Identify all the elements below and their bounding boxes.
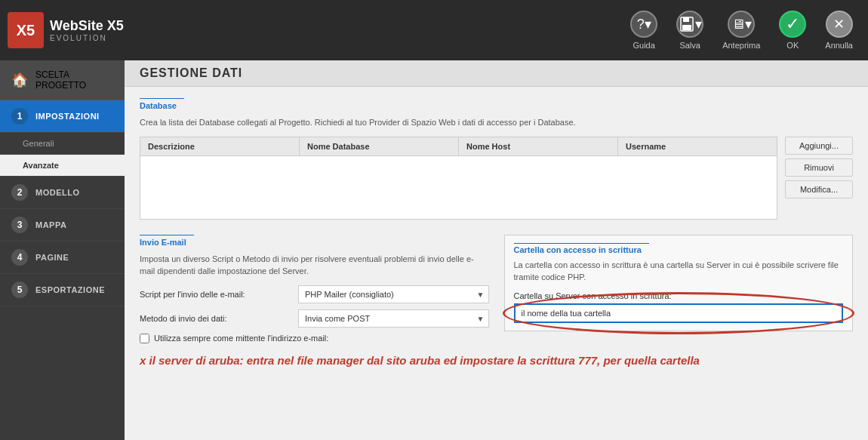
step-1-number: 1: [11, 108, 28, 125]
sidebar-home-line1: SCELTA: [35, 69, 86, 80]
ok-label: OK: [786, 41, 799, 50]
app-subtitle: EVOLUTION: [50, 34, 124, 42]
cartella-section: Cartella con accesso in scrittura La car…: [504, 235, 854, 343]
anteprima-label: Anteprima: [722, 41, 760, 50]
salva-icon: ▾: [676, 11, 703, 38]
invio-email-section: Invio E-mail Imposta un diverso Script o…: [140, 235, 489, 343]
database-description: Crea la lista dei Database collegati al …: [140, 116, 853, 129]
modifica-button[interactable]: Modifica...: [785, 180, 853, 198]
database-section: Database Crea la lista dei Database coll…: [140, 98, 853, 220]
ok-icon: ✓: [779, 11, 806, 38]
salva-button[interactable]: ▾ Salva: [669, 7, 711, 54]
col-nome-database: Nome Database: [300, 137, 459, 155]
folder-input[interactable]: [514, 303, 844, 323]
subnav: Generali Avanzate: [0, 133, 125, 177]
main-layout: 🏠 SCELTA PROGETTO 1 IMPOSTAZIONI General…: [0, 60, 868, 440]
logo-text-area: WebSite X5 EVOLUTION: [50, 18, 124, 43]
script-label: Script per l'invio delle e-mail:: [140, 290, 291, 299]
cartella-desc: La cartella con accesso in scrittura è u…: [514, 259, 844, 284]
aggiungi-button[interactable]: Aggiungi...: [785, 137, 853, 155]
step-5-number: 5: [11, 282, 28, 298]
folder-input-label: Cartella su Server con accesso in scritt…: [514, 291, 844, 300]
sidebar-step-3[interactable]: 3 MAPPA: [0, 209, 125, 242]
annotation-text: x il server di aruba: entra nel file man…: [140, 352, 853, 368]
invio-email-desc: Imposta un diverso Script o Metodo di in…: [140, 253, 489, 278]
annulla-button[interactable]: ✕ Annulla: [817, 7, 860, 54]
subnav-generali[interactable]: Generali: [0, 133, 125, 155]
sidebar-home-line2: PROGETTO: [35, 80, 86, 91]
guida-icon: ?▾: [630, 11, 657, 38]
table-header: Descrizione Nome Database Nome Host User…: [140, 137, 777, 156]
step-4-label: PAGINE: [35, 253, 69, 262]
col-descrizione: Descrizione: [140, 137, 300, 155]
app-header: X5 WebSite X5 EVOLUTION ?▾ Guida ▾ Salva…: [0, 0, 868, 60]
metodo-select-wrap: Invia come POST Invia come GET ▼: [298, 309, 489, 328]
database-table: Descrizione Nome Database Nome Host User…: [140, 137, 777, 220]
logo-icon: X5: [8, 12, 44, 48]
col-nome-host: Nome Host: [459, 137, 618, 155]
annulla-icon: ✕: [826, 11, 853, 38]
mittente-label: Utilizza sempre come mittente l'indirizz…: [154, 334, 328, 343]
bottom-sections: Invio E-mail Imposta un diverso Script o…: [140, 235, 853, 343]
anteprima-button[interactable]: 🖥▾ Anteprima: [715, 7, 768, 54]
header-actions: ?▾ Guida ▾ Salva 🖥▾ Anteprima ✓ OK ✕ Ann…: [623, 7, 860, 54]
db-actions: Aggiungi... Rimuovi Modifica...: [785, 137, 853, 198]
sidebar-step-5[interactable]: 5 ESPORTAZIONE: [0, 274, 125, 306]
metodo-row: Metodo di invio dei dati: Invia come POS…: [140, 309, 489, 328]
step-2-number: 2: [11, 184, 28, 201]
salva-label: Salva: [679, 41, 700, 50]
app-name: WebSite X5: [50, 18, 124, 35]
ok-button[interactable]: ✓ OK: [771, 7, 814, 54]
step-5-label: ESPORTAZIONE: [35, 285, 105, 294]
svg-rect-2: [682, 25, 691, 30]
cartella-box: Cartella con accesso in scrittura La car…: [504, 235, 854, 331]
page-title-bar: GESTIONE DATI: [125, 60, 868, 87]
sidebar: 🏠 SCELTA PROGETTO 1 IMPOSTAZIONI General…: [0, 60, 125, 440]
step-3-label: MAPPA: [35, 220, 66, 229]
svg-rect-1: [683, 17, 689, 22]
page-title: GESTIONE DATI: [140, 66, 853, 80]
logo-area: X5 WebSite X5 EVOLUTION: [8, 12, 124, 48]
cartella-title: Cartella con accesso in scrittura: [514, 243, 649, 254]
checkbox-row: Utilizza sempre come mittente l'indirizz…: [140, 334, 489, 343]
step-2-label: MODELLO: [35, 188, 80, 197]
home-icon: 🏠: [11, 72, 28, 88]
script-row: Script per l'invio delle e-mail: PHP Mai…: [140, 285, 489, 303]
sidebar-step-4[interactable]: 4 PAGINE: [0, 242, 125, 274]
guida-button[interactable]: ?▾ Guida: [623, 7, 665, 54]
subnav-avanzate[interactable]: Avanzate: [0, 155, 125, 177]
metodo-select[interactable]: Invia come POST Invia come GET: [298, 309, 489, 328]
sidebar-step-2[interactable]: 2 MODELLO: [0, 177, 125, 209]
database-section-title: Database: [140, 98, 184, 110]
content-area: GESTIONE DATI Database Crea la lista dei…: [125, 60, 868, 440]
sidebar-home-text: SCELTA PROGETTO: [35, 69, 86, 91]
invio-email-title: Invio E-mail: [140, 235, 194, 247]
script-select-wrap: PHP Mailer (consigliato) Mail di PHP Sen…: [298, 285, 489, 303]
rimuovi-button[interactable]: Rimuovi: [785, 158, 853, 177]
step-1-label: IMPOSTAZIONI: [35, 112, 100, 121]
annulla-label: Annulla: [825, 41, 853, 50]
anteprima-icon: 🖥▾: [728, 11, 755, 38]
sidebar-home[interactable]: 🏠 SCELTA PROGETTO: [0, 60, 125, 100]
step-3-number: 3: [11, 217, 28, 233]
metodo-label: Metodo di invio dei dati:: [140, 314, 291, 323]
mittente-checkbox[interactable]: [140, 334, 149, 343]
col-username: Username: [618, 137, 777, 155]
table-body: [140, 156, 777, 217]
guida-label: Guida: [633, 41, 654, 50]
db-table-area: Descrizione Nome Database Nome Host User…: [140, 137, 853, 220]
step-4-number: 4: [11, 249, 28, 266]
script-select[interactable]: PHP Mailer (consigliato) Mail di PHP Sen…: [298, 285, 489, 303]
folder-input-wrap: [514, 303, 844, 323]
sidebar-step-1[interactable]: 1 IMPOSTAZIONI: [0, 100, 125, 133]
